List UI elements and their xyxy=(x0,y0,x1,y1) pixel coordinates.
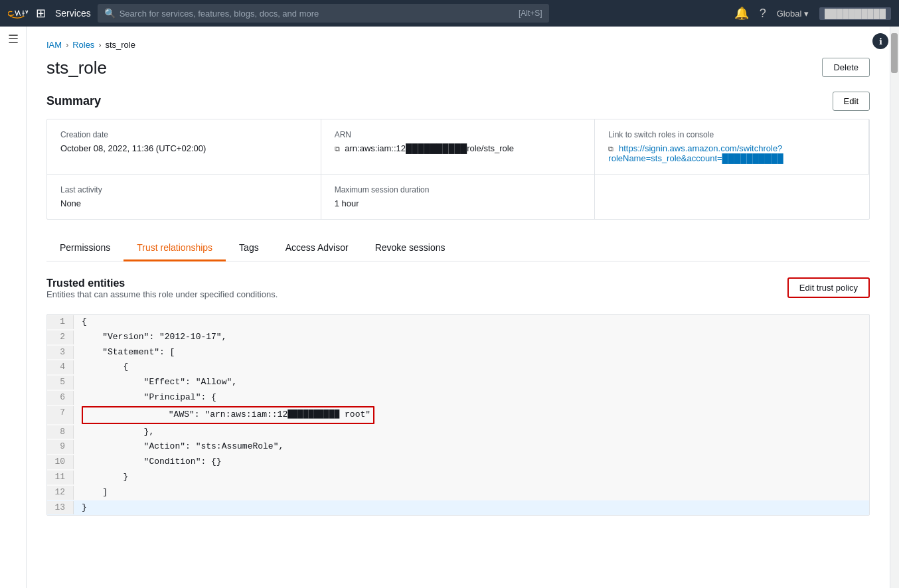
line-content-2: "Version": "2012-10-17", xyxy=(74,331,226,344)
summary-header: Summary Edit xyxy=(46,92,870,111)
arn-text: arn:aws:iam::12██████████role/sts_role xyxy=(345,143,514,153)
breadcrumb-iam[interactable]: IAM xyxy=(46,40,62,50)
line-content-1: { xyxy=(74,315,87,329)
last-activity-value: None xyxy=(60,198,307,208)
breadcrumb-sep-2: › xyxy=(98,40,101,50)
main-content: IAM › Roles › sts_role sts_role Delete S… xyxy=(27,27,890,588)
tab-permissions[interactable]: Permissions xyxy=(46,236,123,261)
line-content-7: "AWS": "arn:aws:iam::12██████████ root" xyxy=(74,406,374,424)
arn-label: ARN xyxy=(335,130,582,139)
line-number-12: 12 xyxy=(47,486,74,500)
nav-right: 🔔 ? Global ▾ ██████████ xyxy=(734,6,891,21)
region-selector[interactable]: Global ▾ xyxy=(777,9,809,19)
json-line-12: 12 ] xyxy=(47,485,869,500)
search-icon: 🔍 xyxy=(104,8,116,19)
search-shortcut: [Alt+S] xyxy=(519,9,542,18)
copy-link-icon[interactable]: ⧉ xyxy=(608,145,613,153)
line-content-4: { xyxy=(74,360,128,374)
trusted-entities-desc: Entities that can assume this role under… xyxy=(46,289,278,299)
line-number-2: 2 xyxy=(47,331,74,344)
max-session-label: Maximum session duration xyxy=(335,185,582,194)
title-row: sts_role Delete xyxy=(46,58,870,78)
breadcrumb-current: sts_role xyxy=(105,40,135,50)
tab-tags[interactable]: Tags xyxy=(226,236,272,261)
aws-logo[interactable] xyxy=(8,3,29,24)
breadcrumb-sep-1: › xyxy=(66,40,68,50)
creation-date-value: October 08, 2022, 11:36 (UTC+02:00) xyxy=(60,143,307,153)
summary-grid: Creation date October 08, 2022, 11:36 (U… xyxy=(46,119,870,220)
breadcrumb: IAM › Roles › sts_role xyxy=(46,40,870,50)
line-number-13: 13 xyxy=(47,501,74,515)
switch-roles-value: ⧉ https://signin.aws.amazon.com/switchro… xyxy=(608,143,855,163)
creation-date-cell: Creation date October 08, 2022, 11:36 (U… xyxy=(47,119,321,174)
line-content-5: "Effect": "Allow", xyxy=(74,376,237,390)
bell-icon[interactable]: 🔔 xyxy=(734,6,749,21)
help-icon[interactable]: ? xyxy=(760,7,766,21)
search-bar[interactable]: 🔍 [Alt+S] xyxy=(98,4,549,23)
line-number-6: 6 xyxy=(47,391,74,405)
grid-icon[interactable]: ⊞ xyxy=(36,6,46,21)
highlighted-arn: "AWS": "arn:aws:iam::12██████████ root" xyxy=(82,406,374,424)
switch-roles-link[interactable]: https://signin.aws.amazon.com/switchrole… xyxy=(608,143,783,163)
line-number-8: 8 xyxy=(47,425,74,439)
scroll-track[interactable] xyxy=(890,27,899,588)
arn-cell: ARN ⧉ arn:aws:iam::12██████████role/sts_… xyxy=(321,119,596,174)
top-navigation: ⊞ Services 🔍 [Alt+S] 🔔 ? Global ▾ ██████… xyxy=(0,0,899,27)
user-menu[interactable]: ██████████ xyxy=(819,7,891,20)
line-content-9: "Action": "sts:AssumeRole", xyxy=(74,440,284,454)
trusted-entities-title: Trusted entities xyxy=(46,277,278,289)
info-icon[interactable]: ℹ xyxy=(872,33,888,49)
json-line-13: 13} xyxy=(47,500,869,516)
summary-title: Summary xyxy=(46,94,101,108)
tab-revoke-sessions[interactable]: Revoke sessions xyxy=(362,236,459,261)
json-line-9: 9 "Action": "sts:AssumeRole", xyxy=(47,439,869,455)
line-number-9: 9 xyxy=(47,440,74,454)
tabs-bar: Permissions Trust relationships Tags Acc… xyxy=(46,236,870,261)
page-title: sts_role xyxy=(46,58,107,78)
tab-trust-relationships[interactable]: Trust relationships xyxy=(123,236,226,261)
json-line-5: 5 "Effect": "Allow", xyxy=(47,375,869,390)
line-number-3: 3 xyxy=(47,346,74,360)
json-line-4: 4 { xyxy=(47,360,869,375)
json-line-7: 7 "AWS": "arn:aws:iam::12██████████ root… xyxy=(47,405,869,425)
edit-trust-policy-button[interactable]: Edit trust policy xyxy=(787,277,870,298)
sidebar-toggle[interactable]: ☰ xyxy=(8,32,19,46)
json-line-2: 2 "Version": "2012-10-17", xyxy=(47,330,869,345)
last-activity-cell: Last activity None xyxy=(47,174,321,219)
line-number-1: 1 xyxy=(47,315,74,329)
search-input[interactable] xyxy=(120,9,515,19)
creation-date-label: Creation date xyxy=(60,130,307,139)
left-sidebar: ☰ xyxy=(0,27,27,588)
tab-access-advisor[interactable]: Access Advisor xyxy=(272,236,362,261)
line-number-7: 7 xyxy=(47,406,74,424)
line-content-10: "Condition": {} xyxy=(74,455,222,469)
line-content-8: }, xyxy=(74,425,154,439)
json-line-1: 1{ xyxy=(47,315,869,330)
trusted-entities-header: Trusted entities Entities that can assum… xyxy=(46,277,870,310)
scroll-thumb[interactable] xyxy=(891,33,898,73)
line-content-6: "Principal": { xyxy=(74,391,216,405)
line-content-13: } xyxy=(74,501,87,515)
edit-button[interactable]: Edit xyxy=(833,92,870,111)
line-content-12: ] xyxy=(74,486,108,500)
switch-roles-cell: Link to switch roles in console ⧉ https:… xyxy=(595,119,869,174)
last-activity-label: Last activity xyxy=(60,185,307,194)
json-line-11: 11 } xyxy=(47,470,869,485)
switch-roles-label: Link to switch roles in console xyxy=(608,130,855,139)
line-number-5: 5 xyxy=(47,376,74,390)
line-content-3: "Statement": [ xyxy=(74,346,175,360)
empty-cell xyxy=(595,174,869,219)
line-content-11: } xyxy=(74,471,128,484)
line-number-11: 11 xyxy=(47,471,74,484)
json-line-8: 8 }, xyxy=(47,425,869,440)
copy-arn-icon[interactable]: ⧉ xyxy=(335,145,340,153)
max-session-value: 1 hour xyxy=(335,198,582,208)
breadcrumb-roles[interactable]: Roles xyxy=(72,40,94,50)
json-line-10: 10 "Condition": {} xyxy=(47,455,869,470)
json-line-3: 3 "Statement": [ xyxy=(47,345,869,360)
arn-value: ⧉ arn:aws:iam::12██████████role/sts_role xyxy=(335,143,582,153)
json-line-6: 6 "Principal": { xyxy=(47,390,869,405)
delete-button[interactable]: Delete xyxy=(822,58,870,77)
services-menu[interactable]: Services xyxy=(55,8,91,19)
line-number-4: 4 xyxy=(47,360,74,374)
